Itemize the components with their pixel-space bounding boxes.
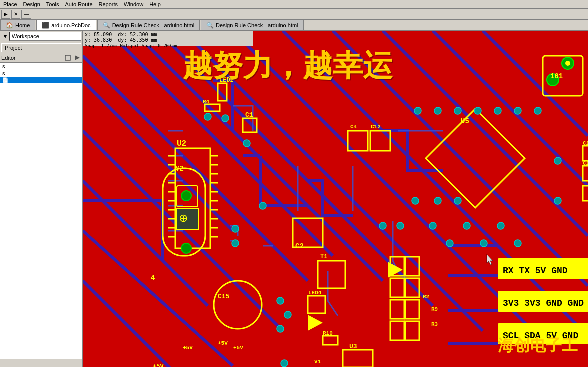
svg-rect-40 [390, 278, 404, 298]
svg-point-87 [480, 240, 487, 247]
svg-rect-41 [390, 300, 404, 319]
svg-text:R3: R3 [431, 322, 438, 328]
svg-text:Y2: Y2 [175, 165, 184, 173]
menu-reports[interactable]: Reports [96, 1, 121, 8]
svg-point-91 [379, 222, 386, 230]
workspace-selector[interactable]: Workspace [9, 32, 81, 41]
svg-point-74 [181, 191, 191, 201]
drc2-icon: 🔍 [206, 22, 214, 29]
tab-drc2[interactable]: 🔍 Design Rule Check - arduino.html [201, 20, 303, 30]
tree-item-1[interactable]: s [0, 70, 82, 77]
svg-text:101: 101 [550, 72, 563, 80]
svg-text:U5: U5 [461, 118, 469, 126]
svg-rect-26 [348, 131, 368, 151]
svg-text:+5V: +5V [218, 340, 228, 346]
svg-text:R10: R10 [323, 330, 333, 336]
tree-item-2[interactable]: 📄 [0, 77, 82, 84]
svg-text:C4: C4 [350, 124, 357, 130]
svg-rect-45 [405, 300, 419, 319]
svg-text:R4: R4 [203, 99, 210, 105]
svg-text:C15: C15 [218, 293, 230, 300]
tree-item-0[interactable]: s [0, 63, 82, 70]
svg-point-102 [534, 108, 541, 114]
svg-rect-33 [205, 104, 220, 112]
tab-home[interactable]: 🏠 Home [0, 20, 35, 30]
menu-place[interactable]: Place [0, 1, 20, 8]
svg-rect-31 [343, 350, 373, 367]
svg-text:C1: C1 [245, 112, 253, 119]
editor-row: Editor [0, 54, 82, 63]
svg-rect-24 [243, 118, 257, 132]
menu-tools[interactable]: Tools [43, 1, 62, 8]
svg-text:4: 4 [151, 274, 155, 282]
svg-rect-44 [405, 278, 419, 298]
svg-point-99 [474, 108, 481, 114]
menu-autoroute[interactable]: Auto Route [62, 1, 95, 8]
editor-icon-btn-1[interactable] [64, 54, 72, 62]
toolbar: ▶ ✕ — [0, 9, 588, 20]
svg-text:U3: U3 [349, 343, 357, 350]
svg-point-85 [446, 240, 453, 247]
svg-rect-36 [583, 186, 588, 201]
svg-point-96 [414, 108, 421, 114]
svg-text:C2: C2 [295, 242, 304, 250]
svg-point-88 [497, 222, 504, 230]
menu-window[interactable]: Window [121, 1, 146, 8]
svg-rect-119 [498, 258, 588, 280]
workspace-dropdown-arrow[interactable]: ▼ [1, 32, 9, 40]
menu-help[interactable]: Help [146, 1, 164, 8]
toolbar-btn-3[interactable]: — [21, 10, 31, 19]
pcb-canvas[interactable]: x: 85.090 dx: 52.300 mm y: 36.830 dy: 45… [83, 31, 588, 367]
project-button[interactable]: Project [1, 44, 81, 52]
svg-rect-127 [543, 56, 583, 96]
svg-point-81 [232, 240, 239, 247]
svg-point-80 [232, 226, 239, 232]
sidebar: ▼ Workspace Project Editor s s 📄 [0, 31, 83, 367]
editor-icon-btn-2[interactable] [73, 54, 81, 62]
svg-text:RX  TX   5V  GND: RX TX 5V GND [503, 266, 568, 276]
svg-text:+5V: +5V [153, 364, 164, 367]
svg-point-107 [281, 360, 288, 367]
svg-marker-125 [388, 262, 403, 278]
svg-point-98 [454, 108, 461, 114]
coord-bar: x: 85.090 dx: 52.300 mm y: 36.830 dy: 45… [83, 31, 253, 46]
svg-point-84 [429, 222, 436, 230]
tab-pcbdoc[interactable]: ⬛ arduino.PcbDoc [36, 20, 96, 30]
svg-text:T1: T1 [320, 254, 327, 260]
svg-point-82 [259, 202, 266, 210]
svg-point-79 [243, 140, 250, 147]
svg-text:LED4: LED4 [308, 290, 322, 296]
toolbar-btn-1[interactable]: ▶ [1, 10, 10, 19]
svg-rect-30 [318, 261, 345, 288]
svg-point-75 [181, 244, 191, 254]
svg-text:+5V: +5V [233, 345, 243, 351]
menu-design[interactable]: Design [20, 1, 43, 8]
svg-rect-23 [163, 168, 205, 256]
svg-rect-28 [426, 109, 525, 208]
svg-text:R9: R9 [431, 306, 438, 312]
svg-point-93 [454, 198, 461, 204]
toolbar-btn-2[interactable]: ✕ [11, 10, 20, 19]
svg-rect-38 [323, 336, 338, 345]
svg-point-101 [514, 108, 521, 114]
tab-drc1[interactable]: 🔍 Design Rule Check - arduino.html [97, 20, 200, 30]
sidebar-workspace-row: ▼ Workspace [0, 31, 82, 42]
svg-rect-76 [177, 208, 199, 230]
svg-point-118 [562, 58, 574, 70]
svg-rect-25 [293, 218, 323, 248]
svg-point-78 [222, 115, 229, 122]
svg-point-105 [277, 326, 284, 332]
pcb-icon: ⬛ [42, 22, 49, 29]
drc1-icon: 🔍 [103, 22, 110, 29]
svg-rect-37 [308, 296, 325, 314]
svg-rect-121 [498, 291, 588, 312]
svg-text:C11: C11 [583, 160, 588, 166]
menu-bar: Place Design Tools Auto Route Reports Wi… [0, 0, 588, 9]
svg-point-100 [494, 108, 501, 114]
svg-point-83 [412, 198, 419, 204]
tab-bar: 🏠 Home ⬛ arduino.PcbDoc 🔍 Design Rule Ch… [0, 20, 588, 31]
sidebar-tree: s s 📄 [0, 63, 82, 359]
svg-point-103 [277, 298, 284, 304]
svg-point-90 [397, 222, 404, 230]
svg-marker-130 [487, 254, 493, 265]
